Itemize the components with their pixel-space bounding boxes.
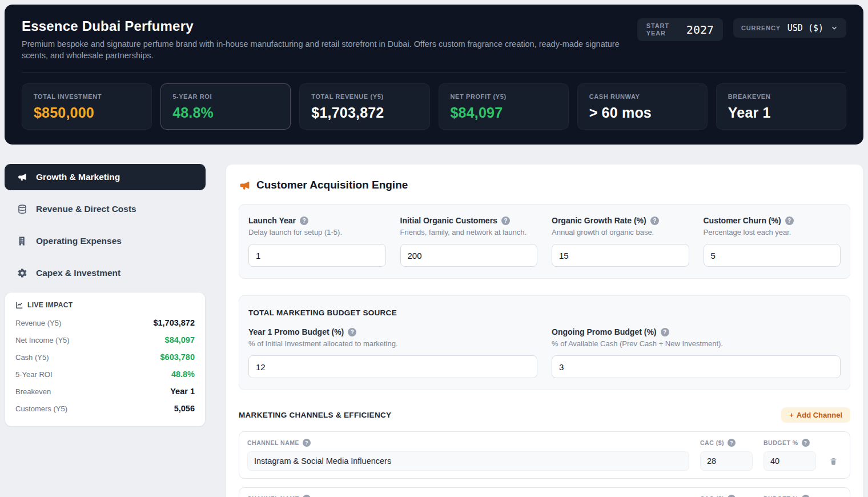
section-title: Customer Acquisition Engine [239,179,850,191]
kpi-breakeven: BREAKEVEN Year 1 [716,83,846,130]
coins-icon [17,204,27,214]
start-year-value[interactable]: 2027 [686,23,714,37]
field-customer-churn: Customer Churn (%) Percentage lost each … [704,216,841,267]
page-title: Essence Dubai Perfumery [22,18,637,34]
impact-row-customers: Customers (Y5) 5,056 [15,400,195,417]
channel-name-input[interactable] [247,451,689,471]
channels-title: MARKETING CHANNELS & EFFICIENCY [239,411,391,419]
currency-select[interactable]: CURRENCY USD ($) [733,18,846,38]
kpi-value: > 60 mos [589,105,696,121]
budget-source-panel: TOTAL MARKETING BUDGET SOURCE Year 1 Pro… [239,295,850,390]
sidebar-item-label: Growth & Marketing [36,172,120,182]
help-icon[interactable] [728,439,736,447]
help-icon[interactable] [785,217,794,225]
cac-column-label: CAC ($) [700,495,753,497]
currency-label: CURRENCY [741,25,781,32]
field-initial-organic-customers: Initial Organic Customers Friends, famil… [400,216,538,267]
impact-row-revenue: Revenue (Y5) $1,703,872 [15,314,195,331]
kpi-value: $1,703,872 [311,105,417,121]
chevron-down-icon [830,24,838,32]
impact-row-cash: Cash (Y5) $603,780 [15,348,195,366]
budget-source-title: TOTAL MARKETING BUDGET SOURCE [248,308,841,317]
kpi-cash-runway: CASH RUNWAY > 60 mos [577,83,708,130]
header-divider [22,72,846,73]
kpi-net-profit: NET PROFIT (Y5) $84,097 [439,83,569,130]
help-icon[interactable] [300,217,308,225]
plus-icon: + [789,411,794,419]
help-icon[interactable] [802,495,810,497]
kpi-value: Year 1 [728,105,834,121]
budget-column-label: BUDGET % [763,495,816,497]
help-icon[interactable] [728,495,736,497]
kpi-total-investment: TOTAL INVESTMENT $850,000 [22,83,152,130]
help-icon[interactable] [661,328,669,336]
initial-organic-customers-input[interactable] [400,244,538,267]
budget-column-label: BUDGET % [763,439,816,447]
help-icon[interactable] [303,495,311,497]
cac-column-label: CAC ($) [700,439,753,447]
main-panel: Customer Acquisition Engine Launch Year … [226,164,863,497]
impact-row-breakeven: Breakeven Year 1 [15,383,195,400]
sidebar-item-revenue-costs[interactable]: Revenue & Direct Costs [5,196,206,222]
sidebar-item-label: Capex & Investment [36,268,120,278]
help-icon[interactable] [650,217,659,225]
chart-line-icon [15,301,23,309]
customer-churn-input[interactable] [704,244,841,267]
ongoing-promo-budget-input[interactable] [552,355,841,378]
live-impact-title: LIVE IMPACT [15,301,195,309]
trash-icon [829,456,838,466]
help-icon[interactable] [501,217,510,225]
megaphone-icon [17,172,27,182]
impact-row-net-income: Net Income (Y5) $84,097 [15,331,195,348]
field-year1-promo-budget: Year 1 Promo Budget (%) % of Initial Inv… [248,327,537,378]
building-icon [17,236,27,246]
kpi-total-revenue: TOTAL REVENUE (Y5) $1,703,872 [299,83,429,130]
sidebar-item-label: Operating Expenses [36,236,122,246]
channel-cac-input[interactable] [700,451,753,471]
business-description: Premium bespoke and signature perfume br… [22,38,637,61]
organic-growth-rate-input[interactable] [552,244,689,267]
delete-channel-button[interactable] [827,454,839,468]
app-header: Essence Dubai Perfumery Premium bespoke … [5,5,863,145]
currency-value: USD ($) [787,23,823,33]
impact-row-roi: 5-Year ROI 48.8% [15,366,195,383]
add-channel-button[interactable]: + Add Channel [781,407,850,423]
launch-year-input[interactable] [248,244,386,267]
acquisition-panel: Launch Year Delay launch for setup (1-5)… [239,204,850,279]
help-icon[interactable] [802,439,810,447]
field-launch-year: Launch Year Delay launch for setup (1-5)… [248,216,386,267]
help-icon[interactable] [303,439,311,447]
channel-row: CHANNEL NAME CAC ($) BUDGET % [239,487,850,497]
sidebar-item-operating-expenses[interactable]: Operating Expenses [5,228,206,254]
field-organic-growth-rate: Organic Growth Rate (%) Annual growth of… [552,216,689,267]
kpi-value: $850,000 [34,105,140,121]
gear-icon [17,268,27,278]
sidebar-item-growth-marketing[interactable]: Growth & Marketing [5,164,206,190]
help-icon[interactable] [348,328,356,336]
kpi-five-year-roi: 5-YEAR ROI 48.8% [160,83,291,130]
channel-name-column-label: CHANNEL NAME [247,439,689,447]
sidebar: Growth & Marketing Revenue & Direct Cost… [5,164,206,427]
start-year-label: START YEAR [646,22,674,37]
field-ongoing-promo-budget: Ongoing Promo Budget (%) % of Available … [552,327,841,378]
sidebar-item-capex-investment[interactable]: Capex & Investment [5,260,206,286]
megaphone-icon [239,179,251,191]
kpi-value: $84,097 [451,105,557,121]
live-impact-panel: LIVE IMPACT Revenue (Y5) $1,703,872 Net … [5,292,206,427]
channel-budget-input[interactable] [763,451,816,471]
kpi-row: TOTAL INVESTMENT $850,000 5-YEAR ROI 48.… [22,83,846,130]
channel-row: CHANNEL NAME CAC ($) BUDGET % [239,431,850,479]
year1-promo-budget-input[interactable] [248,355,537,378]
kpi-value: 48.8% [172,105,279,121]
sidebar-item-label: Revenue & Direct Costs [36,204,136,214]
channel-name-column-label: CHANNEL NAME [247,495,689,497]
start-year-control[interactable]: START YEAR 2027 [637,18,723,41]
